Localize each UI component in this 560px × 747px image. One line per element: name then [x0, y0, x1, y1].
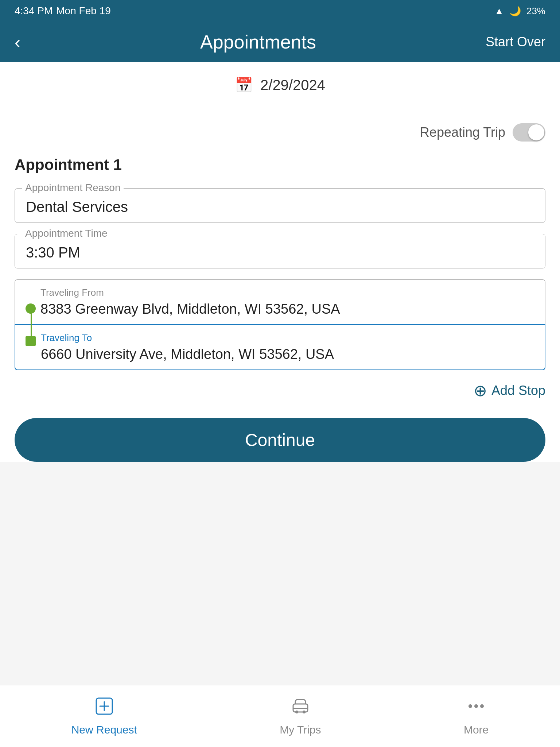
new-request-icon	[95, 697, 114, 720]
add-stop-label: Add Stop	[491, 383, 545, 398]
toggle-knob	[528, 124, 544, 140]
add-stop-row: ⊕ Add Stop	[15, 381, 545, 400]
header: ‹ Appointments Start Over	[0, 22, 560, 62]
more-icon	[467, 697, 486, 720]
battery-icon: 23%	[526, 5, 545, 17]
new-request-label: New Request	[71, 724, 137, 736]
traveling-from-field[interactable]: Traveling From 8383 Greenway Blvd, Middl…	[15, 279, 545, 324]
appointment-time-label: Appointment Time	[22, 228, 110, 239]
status-bar: 4:34 PM Mon Feb 19 ▲ 🌙 23%	[0, 0, 560, 22]
from-dot-icon	[26, 303, 36, 314]
content-area: 📅 2/29/2024 Repeating Trip Appointment 1…	[0, 62, 560, 462]
repeating-trip-label: Repeating Trip	[420, 125, 505, 140]
appointment-time-value: 3:30 PM	[26, 241, 534, 261]
address-group: Traveling From 8383 Greenway Blvd, Middl…	[15, 279, 545, 370]
traveling-to-field[interactable]: Traveling To 6660 University Ave, Middle…	[15, 324, 545, 370]
repeating-trip-toggle[interactable]	[513, 123, 545, 142]
traveling-from-label: Traveling From	[40, 287, 534, 298]
to-dot-icon	[26, 336, 36, 346]
calendar-icon: 📅	[235, 77, 253, 94]
appointment-section-title: Appointment 1	[15, 156, 545, 174]
nav-item-my-trips[interactable]: My Trips	[258, 693, 343, 740]
nav-item-more[interactable]: More	[442, 693, 510, 740]
appointment-reason-field[interactable]: Appointment Reason Dental Services	[15, 188, 545, 223]
wifi-icon: ▲	[494, 5, 504, 17]
status-bar-left: 4:34 PM Mon Feb 19	[15, 5, 111, 17]
traveling-to-value: 6660 University Ave, Middleton, WI 53562…	[41, 347, 534, 362]
back-button[interactable]: ‹	[15, 32, 44, 52]
continue-label: Continue	[245, 430, 315, 450]
date-row: 📅 2/29/2024	[15, 62, 545, 105]
moon-icon: 🌙	[509, 5, 521, 17]
traveling-from-value: 8383 Greenway Blvd, Middleton, WI 53562,…	[40, 301, 534, 317]
status-bar-right: ▲ 🌙 23%	[494, 5, 545, 17]
traveling-to-label: Traveling To	[41, 332, 534, 344]
add-stop-button[interactable]: ⊕ Add Stop	[474, 381, 545, 400]
svg-point-7	[468, 704, 472, 708]
appointment-reason-value: Dental Services	[26, 196, 534, 215]
svg-point-9	[480, 704, 484, 708]
my-trips-icon	[291, 697, 310, 720]
status-time: 4:34 PM	[15, 5, 52, 17]
date-divider	[15, 105, 545, 105]
status-day: Mon Feb 19	[56, 5, 110, 17]
svg-point-8	[474, 704, 478, 708]
more-label: More	[464, 724, 489, 736]
continue-button[interactable]: Continue	[15, 418, 545, 462]
appointment-reason-label: Appointment Reason	[22, 182, 124, 194]
start-over-button[interactable]: Start Over	[472, 34, 545, 50]
appointment-time-field[interactable]: Appointment Time 3:30 PM	[15, 234, 545, 268]
nav-item-new-request[interactable]: New Request	[50, 693, 159, 740]
appointment-date: 2/29/2024	[260, 77, 325, 93]
my-trips-label: My Trips	[280, 724, 321, 736]
svg-point-4	[295, 711, 298, 713]
add-stop-icon: ⊕	[474, 381, 487, 400]
page-title: Appointments	[44, 31, 472, 53]
repeating-trip-row: Repeating Trip	[15, 116, 545, 156]
bottom-nav: New Request My Trips More	[0, 685, 560, 747]
svg-point-5	[303, 711, 306, 713]
